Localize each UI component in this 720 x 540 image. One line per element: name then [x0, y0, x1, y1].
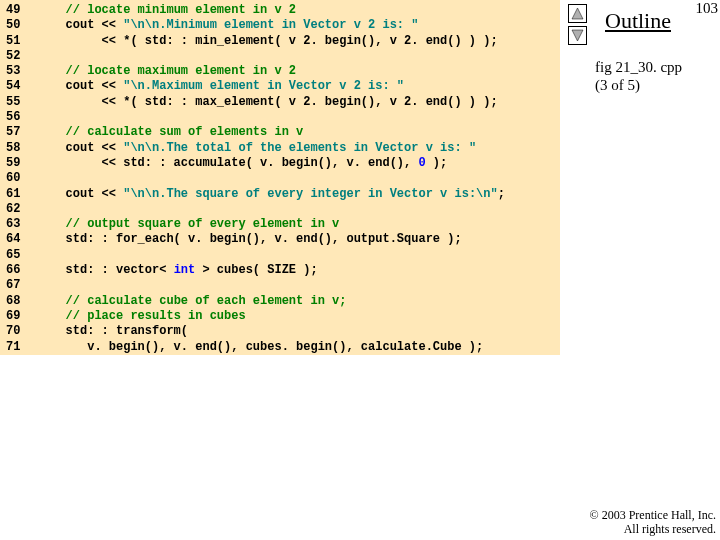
line-number: 71: [6, 340, 44, 355]
arrow-down-icon: [571, 29, 584, 42]
code-line: cout << "\n\n.Minimum element in Vector …: [44, 18, 560, 33]
file-info: fig 21_30. cpp (3 of 5): [595, 58, 682, 94]
code-line: std: : for_each( v. begin(), v. end(), o…: [44, 232, 560, 247]
code-line: << *( std: : max_element( v 2. begin(), …: [44, 95, 560, 110]
line-numbers: 4950515253545556575859606162636465666768…: [0, 0, 44, 355]
arrow-down-button[interactable]: [568, 26, 587, 45]
code-line: cout << "\n\n.The square of every intege…: [44, 187, 560, 202]
svg-marker-1: [572, 30, 583, 41]
copyright-line2: All rights reserved.: [590, 522, 716, 536]
line-number: 69: [6, 309, 44, 324]
code-line: [44, 49, 560, 64]
line-number: 56: [6, 110, 44, 125]
code-line: [44, 110, 560, 125]
code-line: // locate minimum element in v 2: [44, 3, 560, 18]
line-number: 57: [6, 125, 44, 140]
line-number: 49: [6, 3, 44, 18]
code-line: [44, 248, 560, 263]
line-number: 60: [6, 171, 44, 186]
line-number: 64: [6, 232, 44, 247]
code-line: [44, 278, 560, 293]
svg-marker-0: [572, 8, 583, 19]
code-line: cout << "\n.Maximum element in Vector v …: [44, 79, 560, 94]
code-line: // calculate cube of each element in v;: [44, 294, 560, 309]
line-number: 67: [6, 278, 44, 293]
line-number: 61: [6, 187, 44, 202]
copyright-line1: © 2003 Prentice Hall, Inc.: [590, 508, 716, 522]
line-number: 54: [6, 79, 44, 94]
file-name: fig 21_30. cpp: [595, 58, 682, 76]
line-number: 59: [6, 156, 44, 171]
code-line: cout << "\n\n.The total of the elements …: [44, 141, 560, 156]
code-line: // place results in cubes: [44, 309, 560, 324]
line-number: 63: [6, 217, 44, 232]
code-line: // locate maximum element in v 2: [44, 64, 560, 79]
code-line: [44, 171, 560, 186]
code-line: std: : transform(: [44, 324, 560, 339]
line-number: 62: [6, 202, 44, 217]
arrow-up-icon: [571, 7, 584, 20]
line-number: 55: [6, 95, 44, 110]
code-block: 4950515253545556575859606162636465666768…: [0, 0, 560, 355]
line-number: 68: [6, 294, 44, 309]
line-number: 58: [6, 141, 44, 156]
outline-heading: Outline: [605, 8, 671, 34]
line-number: 66: [6, 263, 44, 278]
line-number: 51: [6, 34, 44, 49]
code-line: << *( std: : min_element( v 2. begin(), …: [44, 34, 560, 49]
arrow-up-button[interactable]: [568, 4, 587, 23]
line-number: 65: [6, 248, 44, 263]
code-line: std: : vector< int > cubes( SIZE );: [44, 263, 560, 278]
line-number: 50: [6, 18, 44, 33]
code-line: v. begin(), v. end(), cubes. begin(), ca…: [44, 340, 560, 355]
code-line: // output square of every element in v: [44, 217, 560, 232]
code-lines: // locate minimum element in v 2 cout <<…: [44, 0, 560, 355]
code-line: << std: : accumulate( v. begin(), v. end…: [44, 156, 560, 171]
page-number: 103: [696, 0, 719, 17]
nav-arrows: [568, 4, 587, 45]
file-page: (3 of 5): [595, 76, 682, 94]
copyright: © 2003 Prentice Hall, Inc. All rights re…: [590, 508, 716, 536]
line-number: 53: [6, 64, 44, 79]
line-number: 70: [6, 324, 44, 339]
code-line: [44, 202, 560, 217]
code-line: // calculate sum of elements in v: [44, 125, 560, 140]
line-number: 52: [6, 49, 44, 64]
